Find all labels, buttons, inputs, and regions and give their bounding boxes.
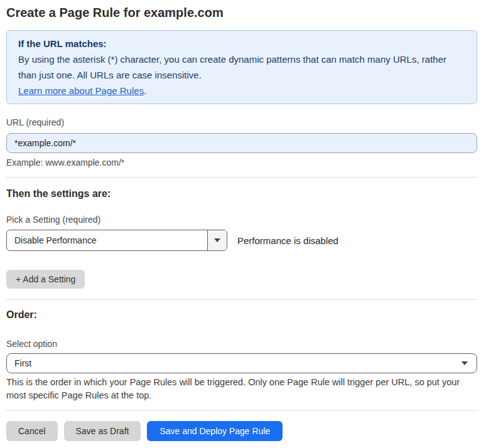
link-suffix: . xyxy=(144,85,146,96)
order-select-label: Select option xyxy=(6,338,477,350)
url-field-label: URL (required) xyxy=(6,117,477,129)
order-section-heading: Order: xyxy=(6,308,477,321)
url-input[interactable] xyxy=(6,133,477,153)
url-example-text: Example: www.example.com/* xyxy=(6,157,477,169)
chevron-down-icon xyxy=(461,361,468,365)
add-setting-button[interactable]: + Add a Setting xyxy=(6,270,85,289)
url-matches-info-box: If the URL matches: By using the asteris… xyxy=(6,30,477,104)
setting-picker-dropdown[interactable]: Disable Performance xyxy=(6,230,227,251)
setting-picker-row: Disable Performance Performance is disab… xyxy=(6,230,477,251)
divider xyxy=(6,177,477,178)
save-and-deploy-button[interactable]: Save and Deploy Page Rule xyxy=(147,421,283,441)
create-page-rule-panel: Create a Page Rule for example.com If th… xyxy=(6,4,477,441)
save-as-draft-button[interactable]: Save as Draft xyxy=(64,421,141,441)
cancel-button[interactable]: Cancel xyxy=(6,421,58,441)
page-title: Create a Page Rule for example.com xyxy=(6,4,477,21)
info-box-heading: If the URL matches: xyxy=(18,36,465,51)
pick-setting-label: Pick a Setting (required) xyxy=(6,214,477,226)
setting-status-text: Performance is disabled xyxy=(237,235,338,246)
info-box-link-line: Learn more about Page Rules. xyxy=(18,83,465,99)
footer-button-row: Cancel Save as Draft Save and Deploy Pag… xyxy=(6,421,477,441)
order-select-value: First xyxy=(14,358,461,368)
learn-more-link[interactable]: Learn more about Page Rules xyxy=(18,85,144,96)
order-select-dropdown[interactable]: First xyxy=(6,353,477,373)
info-box-body: By using the asterisk (*) character, you… xyxy=(18,51,465,83)
setting-picker-value: Disable Performance xyxy=(7,230,207,250)
settings-section-heading: Then the settings are: xyxy=(6,187,477,200)
dropdown-arrow-icon xyxy=(214,238,220,242)
divider xyxy=(6,299,477,300)
setting-picker-arrow-button[interactable] xyxy=(207,230,227,250)
order-help-text: This is the order in which your Page Rul… xyxy=(6,376,477,402)
divider xyxy=(6,410,477,411)
